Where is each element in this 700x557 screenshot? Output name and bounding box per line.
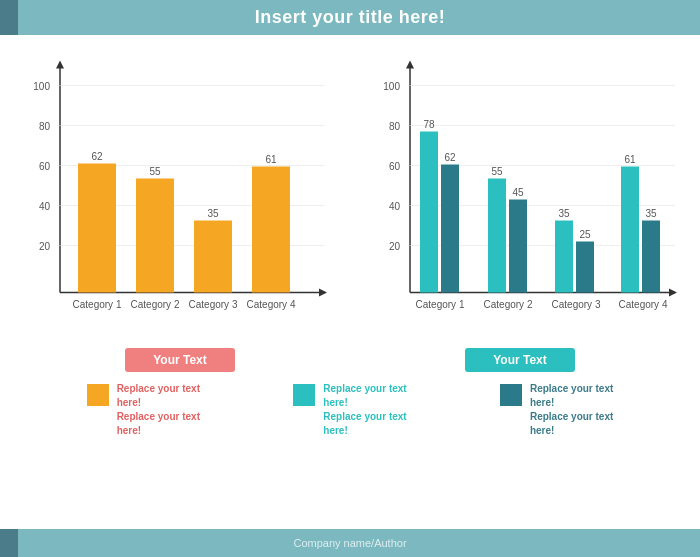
bar-right-1a bbox=[420, 132, 438, 293]
svg-text:35: 35 bbox=[207, 208, 219, 219]
svg-text:62: 62 bbox=[91, 151, 103, 162]
svg-text:100: 100 bbox=[33, 81, 50, 92]
svg-marker-24 bbox=[406, 61, 414, 69]
legend-item-orange: Replace your texthere!Replace your texth… bbox=[87, 382, 200, 438]
svg-text:40: 40 bbox=[39, 201, 51, 212]
svg-text:100: 100 bbox=[383, 81, 400, 92]
footer-accent bbox=[0, 529, 18, 557]
bar-left-2 bbox=[136, 179, 174, 293]
bar-left-3 bbox=[194, 221, 232, 293]
svg-text:80: 80 bbox=[389, 121, 401, 132]
svg-text:80: 80 bbox=[39, 121, 51, 132]
legend-color-orange bbox=[87, 384, 109, 406]
charts-row: 100 80 60 40 20 62 Category 1 bbox=[20, 50, 680, 340]
chart-right: 100 80 60 40 20 78 62 Category 1 bbox=[370, 50, 680, 340]
svg-text:78: 78 bbox=[423, 119, 435, 130]
svg-text:55: 55 bbox=[491, 166, 503, 177]
legend-item-dark: Replace your texthere!Replace your texth… bbox=[500, 382, 613, 438]
svg-text:61: 61 bbox=[265, 154, 277, 165]
main-content: 100 80 60 40 20 62 Category 1 bbox=[0, 35, 700, 438]
legend-text-orange: Replace your texthere!Replace your texth… bbox=[117, 382, 200, 438]
footer: Company name/Author bbox=[0, 529, 700, 557]
header: Insert your title here! bbox=[0, 0, 700, 35]
svg-text:60: 60 bbox=[39, 161, 51, 172]
svg-text:Category 1: Category 1 bbox=[73, 299, 122, 310]
svg-text:Category 3: Category 3 bbox=[552, 299, 601, 310]
legend-row: Replace your texthere!Replace your texth… bbox=[20, 382, 680, 438]
legend-text-teal: Replace your texthere!Replace your texth… bbox=[323, 382, 406, 438]
bar-left-4 bbox=[252, 167, 290, 293]
footer-text: Company name/Author bbox=[293, 537, 406, 549]
bar-right-3b bbox=[576, 242, 594, 293]
bar-right-3a bbox=[555, 221, 573, 293]
bar-right-2b bbox=[509, 200, 527, 293]
chart-left-svg: 100 80 60 40 20 62 Category 1 bbox=[20, 50, 330, 340]
legend-item-teal: Replace your texthere!Replace your texth… bbox=[293, 382, 406, 438]
svg-marker-25 bbox=[669, 289, 677, 297]
svg-text:60: 60 bbox=[389, 161, 401, 172]
svg-marker-3 bbox=[319, 289, 327, 297]
svg-text:20: 20 bbox=[389, 241, 401, 252]
svg-text:61: 61 bbox=[624, 154, 636, 165]
right-badge: Your Text bbox=[465, 348, 575, 372]
svg-text:55: 55 bbox=[149, 166, 161, 177]
chart-left: 100 80 60 40 20 62 Category 1 bbox=[20, 50, 330, 340]
legend-color-teal bbox=[293, 384, 315, 406]
svg-text:20: 20 bbox=[39, 241, 51, 252]
svg-text:Category 4: Category 4 bbox=[619, 299, 668, 310]
page-title: Insert your title here! bbox=[255, 7, 446, 28]
legend-text-dark: Replace your texthere!Replace your texth… bbox=[530, 382, 613, 438]
svg-text:35: 35 bbox=[558, 208, 570, 219]
labels-row: Your Text Your Text bbox=[20, 348, 680, 372]
bar-right-4a bbox=[621, 167, 639, 293]
left-badge: Your Text bbox=[125, 348, 235, 372]
svg-marker-2 bbox=[56, 61, 64, 69]
legend-color-dark bbox=[500, 384, 522, 406]
svg-text:Category 4: Category 4 bbox=[247, 299, 296, 310]
bar-right-2a bbox=[488, 179, 506, 293]
svg-text:Category 1: Category 1 bbox=[416, 299, 465, 310]
svg-text:62: 62 bbox=[444, 152, 456, 163]
svg-text:Category 2: Category 2 bbox=[131, 299, 180, 310]
svg-text:40: 40 bbox=[389, 201, 401, 212]
header-accent bbox=[0, 0, 18, 35]
chart-right-svg: 100 80 60 40 20 78 62 Category 1 bbox=[370, 50, 680, 340]
bar-right-1b bbox=[441, 165, 459, 293]
svg-text:Category 2: Category 2 bbox=[484, 299, 533, 310]
svg-text:35: 35 bbox=[645, 208, 657, 219]
bar-right-4b bbox=[642, 221, 660, 293]
bar-left-1 bbox=[78, 164, 116, 293]
svg-text:25: 25 bbox=[579, 229, 591, 240]
svg-text:Category 3: Category 3 bbox=[189, 299, 238, 310]
svg-text:45: 45 bbox=[512, 187, 524, 198]
